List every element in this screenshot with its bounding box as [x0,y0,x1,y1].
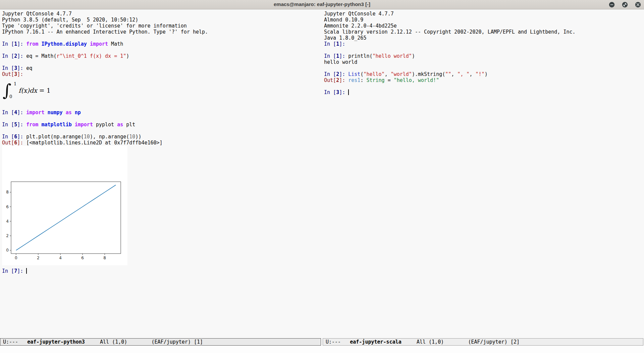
code-segment: Out[ [324,77,336,83]
code-segment [72,109,75,116]
code-segment: eq = Math( [26,53,56,59]
svg-text:4: 4 [59,256,62,260]
console-line: In [1]: from IPython.display import Math [2,41,321,47]
window-title: emacs@manjaro: eaf-jupyter-python3 [-] [0,1,644,7]
code-segment: ), np.arange( [90,134,129,140]
code-segment: Python 3.8.5 (default, Sep 5 2020, 10:50… [2,17,138,23]
code-segment: In [ [2,41,14,47]
code-segment: plt.plot(np.arange( [26,134,84,140]
code-segment: 3 [336,89,339,95]
svg-text:6: 6 [6,205,9,209]
code-segment: ", " [457,71,469,77]
console-line [2,103,321,109]
svg-text:8: 8 [103,256,106,260]
console-line: Scala library version 2.12.12 -- Copyrig… [324,29,643,35]
console-line: Python 3.8.5 (default, Sep 5 2020, 10:50… [2,17,321,23]
code-segment: 4 [14,109,17,116]
modeline-python[interactable]: U:--- eaf-jupyter-python3 All (1,0) (EAF… [0,338,321,346]
code-segment: "hello" [363,71,384,77]
code-segment: Ammonite 2.2.0-4-4bd225e [324,23,397,29]
code-segment: ) [412,53,415,59]
console-line: In [2]: List("hello", "world").mkString(… [324,71,643,77]
echo-area [0,346,644,353]
code-segment: 3 [14,65,17,71]
modeline-buffer-name: eaf-jupyter-python3 [27,339,85,345]
matplotlib-figure: 0246802468 [2,146,321,268]
code-segment: ]: [17,140,26,146]
modeline-text: All (1,0) [401,339,468,345]
modeline-scala[interactable]: U:--- eaf-jupyter-scala All (1,0) (EAF/j… [323,338,643,346]
console-line: Ammonite 2.2.0-4-4bd225e [324,23,643,29]
integral-upper-limit: 1 [14,81,16,87]
code-segment: ]: [17,53,26,59]
code-segment: , [470,71,476,77]
code-segment: ) [485,71,488,77]
modeline-text: All (1,0) [85,339,152,345]
window-controls [609,2,641,8]
code-segment: Scala library version 2.12.12 -- Copyrig… [324,29,576,35]
svg-text:0: 0 [15,256,17,260]
minimize-icon[interactable] [609,2,615,8]
code-segment: 10 [84,134,90,140]
close-icon[interactable] [635,2,641,8]
code-segment: [<matplotlib.lines.Line2D at 0x7f7dffb4e… [26,140,162,146]
console-line: Jupyter QtConsole 4.7.7 [2,11,321,17]
code-segment: as [66,109,72,116]
console-line [2,35,321,41]
code-segment: 7 [14,268,17,274]
code-segment: res1 [348,77,360,83]
code-segment: pyplot [93,122,117,128]
console-line [2,59,321,65]
console-line [324,47,643,53]
code-segment [72,122,75,128]
code-segment: ]: [17,41,26,47]
code-segment: In [ [324,41,336,47]
code-segment: as [117,122,123,128]
code-segment: 1 [336,41,339,47]
emacs-window: emacs@manjaro: eaf-jupyter-python3 [-] J… [0,0,644,353]
code-segment: r"\int_0^1 f(x) dx = 1" [57,53,126,59]
modeline-buffer-name: eaf-jupyter-scala [350,339,401,345]
console-line: In [1]: [324,41,643,47]
code-segment: 3 [14,71,17,77]
code-segment: IPython 7.16.1 -- An enhanced Interactiv… [2,29,208,35]
console-line: Java 1.8.0_265 [324,35,643,41]
scala-console-pane[interactable]: Jupyter QtConsole 4.7.7Almond 0.10.9Ammo… [324,9,643,95]
code-segment: Type 'copyright', 'credits' or 'license'… [2,23,187,29]
code-segment: IPython.display [41,41,87,47]
console-line: Almond 0.10.9 [324,17,643,23]
code-segment: ]: [17,65,26,71]
python-input-prompt: In [7]: [2,268,321,274]
code-segment: "hello, world!" [394,77,439,83]
code-segment: "" [445,71,451,77]
code-segment: In [ [324,89,336,95]
console-line: Type 'copyright', 'credits' or 'license'… [2,23,321,29]
code-segment: String [366,77,384,83]
code-segment: )) [135,134,141,140]
console-line: In [6]: plt.plot(np.arange(10), np.arang… [2,134,321,140]
console-line: In [5]: from matplotlib import pyplot as… [2,122,321,128]
console-line [2,116,321,122]
equation-body: f(x)dx [18,87,37,93]
maximize-icon[interactable] [622,2,628,8]
code-segment: from [26,122,41,128]
code-segment: In [ [2,65,14,71]
code-segment: ) [126,53,129,59]
code-segment: In [ [2,122,14,128]
code-segment: In [ [324,53,336,59]
code-segment: : [360,77,366,83]
title-bar[interactable]: emacs@manjaro: eaf-jupyter-python3 [-] [0,0,644,9]
code-segment: ]: [339,89,348,95]
code-segment: 5 [14,122,17,128]
integral-limits: 10 [12,81,16,100]
code-segment: Out[ [2,71,14,77]
svg-text:2: 2 [37,256,40,260]
code-segment: Java 1.8.0_265 [324,35,366,41]
code-segment: 1 [14,41,17,47]
svg-text:2: 2 [6,233,9,238]
code-segment: In [ [324,71,336,77]
python-console-pane[interactable]: Jupyter QtConsole 4.7.7Python 3.8.5 (def… [2,9,321,274]
modeline-text: (EAF/jupyter) [2] [468,339,520,345]
text-cursor [348,89,349,95]
code-segment: In [ [2,268,14,274]
